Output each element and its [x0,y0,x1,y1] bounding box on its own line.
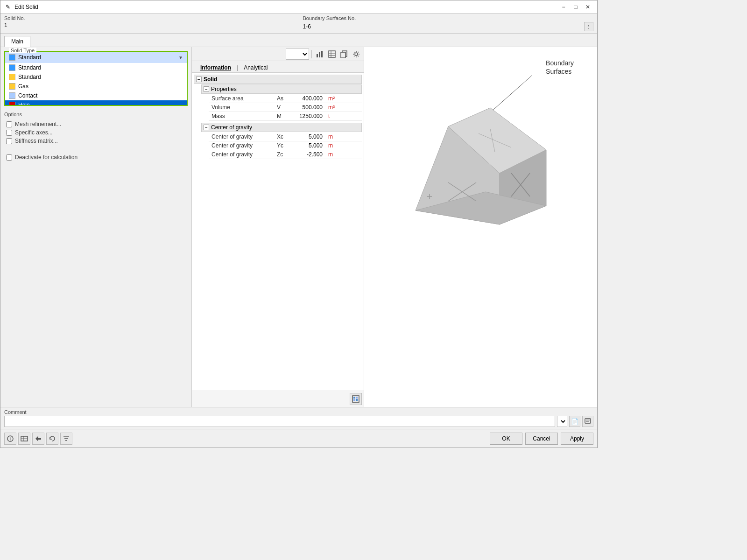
cancel-button[interactable]: Cancel [525,433,558,445]
prop-name-cog-z: Center of gravity [209,150,274,159]
tab-analytical[interactable]: Analytical [239,63,272,72]
mesh-refinement-label: Mesh refinement... [15,121,61,127]
dropdown-item-gas[interactable]: Gas [5,82,187,91]
maximize-button[interactable]: □ [570,2,581,12]
title-bar: ✎ Edit Solid − □ ✕ [0,0,597,14]
solid-no-group: Solid No. 1 [0,14,299,33]
boundary-surfaces-group: Boundary Surfaces No. 1-6 ⋮ [299,14,598,33]
footer-icon-btn-3[interactable] [32,433,44,445]
comment-extra-btn[interactable] [582,416,593,427]
specific-axes-checkbox[interactable] [6,130,12,136]
info-tab-separator: | [236,63,239,72]
footer-icon-btn-4[interactable] [46,433,58,445]
properties-export-btn[interactable] [350,393,362,405]
svg-rect-3 [329,51,335,57]
prop-unit-mass: t [325,112,362,121]
footer: i [0,429,597,448]
dropdown-item-contact[interactable]: Contact [5,91,187,100]
stiffness-matrix-label: Stiffness matrix... [15,138,58,144]
prop-name-surface: Surface area [209,94,274,103]
prop-sym-mass: M [274,112,293,121]
properties-expand-btn[interactable]: − [204,86,209,92]
svg-rect-0 [317,54,318,57]
prop-val-mass: 1250.000 [293,112,325,121]
dropdown-item-standard2[interactable]: Standard [5,72,187,82]
arrow-icon [35,435,42,442]
comment-dropdown[interactable] [557,416,567,427]
solid-type-group: Solid Type Standard ▼ Standard [4,51,188,106]
solid-expand-btn[interactable]: − [196,77,202,82]
title-bar-buttons: − □ ✕ [558,2,593,12]
svg-point-9 [355,53,358,56]
comment-icon [585,418,591,425]
copy-icon [340,50,348,58]
tab-information[interactable]: Information [196,63,236,72]
table-row: Volume V 500.000 m³ [209,103,362,112]
dropdown-item-hole[interactable]: Hole [5,100,187,105]
toolbar-btn-table[interactable] [326,49,338,60]
right-top-toolbar [192,47,364,61]
properties-table: Surface area As 400.000 m² Volume V 500.… [209,94,362,121]
right-panel: Information | Analytical − Solid − Prope… [192,47,364,407]
prop-unit-cog-x: m [325,133,362,141]
stiffness-matrix-checkbox[interactable] [6,138,12,144]
prop-val-cog-x: 5.000 [293,133,325,141]
toolbar-btn-copy[interactable] [338,49,350,60]
cog-sub-header: − Center of gravity [201,123,362,132]
ok-button[interactable]: OK [490,433,522,445]
dropdown-item-standard1[interactable]: Standard [5,63,187,72]
window-icon: ✎ [4,3,12,11]
comment-row: 📄 [4,416,593,427]
boundary-surfaces-button[interactable]: ⋮ [584,22,593,31]
title-bar-left: ✎ Edit Solid [4,3,38,11]
deactivate-checkbox[interactable] [6,154,12,161]
solid-no-value: 1 [4,22,295,28]
selected-type-label: Standard [18,54,41,61]
toolbar-dropdown[interactable] [286,49,309,60]
comment-input[interactable] [4,416,555,427]
comment-btn[interactable]: 📄 [569,416,580,427]
svg-rect-12 [356,397,358,399]
solid-3d-svg [388,80,565,248]
properties-sub-header: − Properties [201,84,362,94]
chart-icon [316,50,324,58]
close-button[interactable]: ✕ [582,2,593,12]
footer-icon-btn-2[interactable] [18,433,30,445]
mesh-refinement-checkbox[interactable] [6,121,12,127]
footer-icon-btn-5[interactable] [60,433,72,445]
prop-sym-cog-x: Xc [274,133,293,141]
svg-rect-15 [585,419,591,423]
prop-sym-surface: As [274,94,293,103]
prop-name-volume: Volume [209,103,274,112]
fields-row: Solid No. 1 Boundary Surfaces No. 1-6 ⋮ [0,14,597,34]
svg-rect-1 [319,52,320,57]
footer-left: i [4,433,72,445]
dropdown-arrow-icon: ▼ [178,55,183,60]
tab-main[interactable]: Main [4,36,30,47]
footer-icon-btn-1[interactable]: i [4,433,16,445]
prop-val-volume: 500.000 [293,103,325,112]
deactivate-label: Deactivate for calculation [15,154,78,161]
solid-type-label: Solid Type [9,48,36,53]
boundary-label: Boundary Surfaces [546,59,574,76]
apply-button[interactable]: Apply [561,433,593,445]
deactivate-row: Deactivate for calculation [4,153,188,161]
prop-unit-surface: m² [325,94,362,103]
svg-rect-13 [353,399,355,401]
solid-section-header: − Solid [194,75,362,84]
cog-expand-btn[interactable]: − [204,125,209,130]
toolbar-btn-settings[interactable] [351,49,362,60]
minimize-button[interactable]: − [558,2,569,12]
comment-label: Comment [4,409,593,415]
toolbar-btn-chart[interactable] [314,49,325,60]
export-icon [352,395,359,403]
mesh-refinement-row: Mesh refinement... [4,120,188,128]
table-row: Center of gravity Yc 5.000 m [209,141,362,150]
prop-val-surface: 400.000 [293,94,325,103]
prop-sym-cog-y: Yc [274,141,293,150]
left-panel: Solid Type Standard ▼ Standard [0,47,192,407]
edit-solid-dialog: ✎ Edit Solid − □ ✕ Solid No. 1 Boundary … [0,0,598,448]
solid-type-dropdown[interactable]: Standard ▼ [5,52,187,63]
comment-bar: Comment 📄 [0,407,597,429]
solid-no-label: Solid No. [4,15,295,21]
